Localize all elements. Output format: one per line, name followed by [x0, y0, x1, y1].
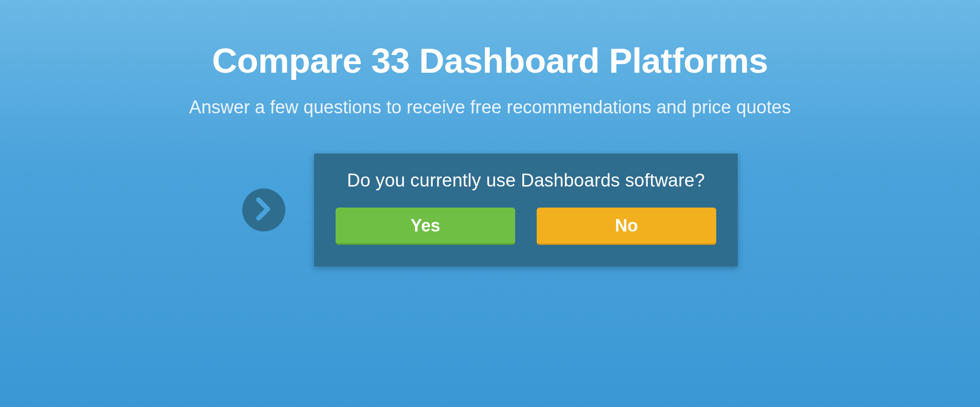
question-card: Do you currently use Dashboards software… [314, 154, 738, 266]
answer-button-group: Yes No [336, 208, 716, 245]
page-title: Compare 33 Dashboard Platforms [212, 41, 768, 80]
answer-no-button[interactable]: No [537, 208, 716, 245]
page-subtitle: Answer a few questions to receive free r… [189, 97, 791, 118]
next-button[interactable] [242, 188, 285, 231]
answer-yes-button[interactable]: Yes [336, 208, 515, 245]
question-row: Do you currently use Dashboards software… [0, 154, 980, 266]
chevron-right-icon [256, 197, 272, 223]
question-prompt: Do you currently use Dashboards software… [336, 170, 716, 191]
